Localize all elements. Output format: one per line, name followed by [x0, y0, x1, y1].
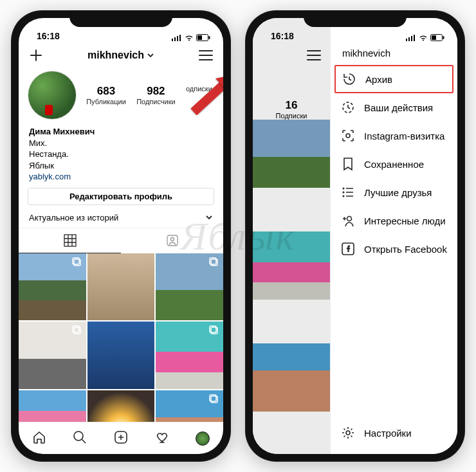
wifi-icon — [185, 35, 194, 41]
avatar-mini — [196, 431, 210, 446]
stat-followers[interactable]: 982 Подписчики — [136, 85, 176, 105]
svg-rect-2 — [177, 36, 178, 41]
multi-post-icon — [209, 257, 219, 268]
heart-icon — [155, 430, 169, 444]
facebook-icon — [341, 242, 355, 256]
hamburger-menu-button[interactable] — [306, 47, 322, 64]
stat-posts[interactable]: 683 Публикации — [86, 85, 126, 105]
notch — [69, 10, 172, 27]
svg-rect-24 — [411, 36, 412, 41]
tab-profile[interactable] — [196, 431, 210, 446]
menu-item-label: Лучшие друзья — [364, 187, 432, 198]
post-thumbnail[interactable] — [87, 322, 155, 389]
posts-grid — [19, 253, 223, 422]
nametag-icon — [341, 129, 355, 143]
profile-top-row: mikhnevich — [19, 42, 223, 68]
svg-point-34 — [347, 217, 352, 221]
svg-rect-5 — [197, 35, 202, 40]
svg-rect-7 — [64, 235, 76, 246]
post-thumbnail[interactable] — [253, 231, 330, 300]
settings-label: Настройки — [364, 428, 412, 439]
hamburger-icon — [199, 50, 213, 61]
status-time: 16:18 — [37, 31, 60, 41]
post-thumbnail[interactable] — [87, 390, 155, 422]
svg-point-20 — [74, 431, 83, 440]
tab-grid[interactable] — [19, 228, 121, 253]
menu-item-activity[interactable]: Ваши действия — [331, 93, 457, 122]
screen-menu: 16:18 16 Подписки — [253, 18, 457, 454]
post-thumbnail[interactable] — [19, 322, 86, 389]
menu-item-label: Instagram-визитка — [364, 131, 444, 141]
list-icon — [341, 185, 355, 199]
svg-rect-27 — [432, 35, 436, 40]
tagged-icon — [166, 234, 179, 247]
menu-item-label: Интересные люди — [364, 215, 446, 226]
post-thumbnail[interactable] — [156, 322, 223, 389]
svg-point-30 — [346, 134, 350, 138]
tab-home[interactable] — [32, 430, 46, 447]
menu-item-label: Открыть Facebook — [364, 244, 447, 255]
side-menu-panel: mikhnevich Архив Ваши действия Instagram… — [330, 18, 457, 454]
avatar[interactable] — [28, 71, 77, 120]
menu-settings[interactable]: Настройки — [331, 417, 457, 454]
post-thumbnail[interactable] — [19, 253, 86, 321]
post-thumbnail[interactable] — [19, 390, 86, 422]
status-icons — [406, 34, 444, 41]
post-thumbnail[interactable] — [156, 253, 223, 321]
tab-tagged[interactable] — [121, 228, 223, 253]
grid-icon — [64, 234, 77, 247]
menu-item-label: Ваши действия — [364, 102, 433, 113]
bookmark-icon — [341, 157, 355, 171]
svg-rect-6 — [209, 36, 210, 39]
annotation-arrow — [190, 73, 223, 118]
post-thumbnail[interactable] — [156, 390, 223, 422]
battery-icon — [430, 34, 444, 41]
menu-item-discover[interactable]: Интересные люди — [331, 206, 457, 235]
menu-item-facebook[interactable]: Открыть Facebook — [331, 235, 457, 263]
home-icon — [32, 430, 46, 444]
menu-item-archive[interactable]: Архив — [334, 65, 453, 93]
menu-item-saved[interactable]: Сохраненное — [331, 150, 457, 178]
highlights-toggle[interactable]: Актуальное из историй — [19, 205, 223, 228]
menu-item-label: Сохраненное — [364, 159, 424, 170]
plus-icon — [29, 48, 43, 62]
profile-background-sliver: 16:18 16 Подписки — [253, 18, 330, 454]
menu-item-nametag[interactable]: Instagram-визитка — [331, 122, 457, 150]
bio-line: Мих. — [29, 138, 213, 149]
svg-point-32 — [343, 192, 345, 194]
menu-username: mikhnevich — [331, 42, 457, 65]
bio-line: Яблык — [29, 160, 213, 172]
edit-profile-button[interactable]: Редактировать профиль — [28, 188, 214, 205]
username-dropdown[interactable]: mikhnevich — [87, 50, 154, 61]
svg-rect-0 — [172, 39, 173, 41]
svg-point-9 — [170, 238, 174, 241]
post-thumbnail[interactable] — [87, 253, 155, 321]
signal-icon — [406, 35, 416, 41]
tab-new-post[interactable] — [114, 430, 128, 447]
post-thumbnail[interactable] — [253, 343, 330, 412]
bottom-tabbar — [19, 422, 223, 454]
username-label: mikhnevich — [87, 50, 144, 61]
post-thumbnail[interactable] — [253, 120, 330, 188]
screen-profile: 16:18 mikhnevich 683 — [19, 18, 223, 454]
bio-link[interactable]: yablyk.com — [29, 171, 213, 183]
plus-box-icon — [114, 430, 128, 444]
svg-rect-22 — [406, 39, 407, 41]
phone-profile: 16:18 mikhnevich 683 — [11, 10, 231, 462]
battery-icon — [196, 34, 210, 41]
add-button[interactable] — [28, 47, 44, 64]
menu-item-close-friends[interactable]: Лучшие друзья — [331, 178, 457, 206]
tab-search[interactable] — [73, 430, 87, 447]
svg-point-33 — [343, 195, 345, 197]
multi-post-icon — [209, 325, 219, 336]
clock-icon — [341, 100, 355, 114]
svg-rect-3 — [179, 35, 181, 41]
tab-activity[interactable] — [155, 430, 169, 447]
chevron-down-icon — [205, 213, 213, 221]
hamburger-menu-button[interactable] — [197, 47, 214, 64]
signal-icon — [172, 35, 182, 41]
multi-post-icon — [209, 394, 219, 404]
bio-line: Нестанда. — [29, 149, 213, 160]
notch — [304, 10, 407, 27]
bio: Дима Михневич Мих. Нестанда. Яблык yably… — [19, 122, 223, 188]
